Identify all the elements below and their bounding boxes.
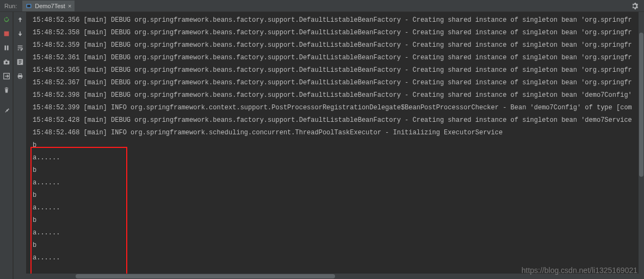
scroll-end-icon xyxy=(16,58,24,66)
console-line: a...... xyxy=(33,227,644,239)
scroll-end-button[interactable] xyxy=(16,58,24,66)
down-button[interactable] xyxy=(16,29,24,38)
java-icon xyxy=(26,3,32,9)
rerun-icon xyxy=(3,16,10,23)
console-line: 15:48:52.398 [main] DEBUG org.springfram… xyxy=(33,89,644,102)
svg-rect-11 xyxy=(18,74,21,76)
print-icon xyxy=(16,72,24,80)
svg-point-6 xyxy=(5,61,8,64)
run-tab[interactable]: Demo7Test × xyxy=(22,1,75,11)
console-line: a...... xyxy=(33,202,644,214)
print-button[interactable] xyxy=(16,72,24,80)
rerun-button[interactable] xyxy=(2,15,11,24)
watermark: https://blog.csdn.net/li1325169021 xyxy=(522,266,637,275)
console-line: 15:48:52.365 [main] DEBUG org.springfram… xyxy=(33,64,644,77)
run-label: Run: xyxy=(4,3,17,9)
vertical-scrollbar-thumb[interactable] xyxy=(639,33,643,177)
gear-icon xyxy=(631,2,639,10)
svg-rect-1 xyxy=(27,4,30,7)
exit-button[interactable] xyxy=(2,72,11,80)
up-button[interactable] xyxy=(16,15,24,24)
pause-icon xyxy=(3,44,10,52)
console-line: b xyxy=(33,189,644,202)
close-icon[interactable]: × xyxy=(68,3,71,9)
console-line: 15:48:52.428 [main] DEBUG org.springfram… xyxy=(33,114,644,127)
console-area: 15:48:52.356 [main] DEBUG org.springfram… xyxy=(26,12,644,279)
toolwindow-header: Run: Demo7Test × xyxy=(0,0,644,12)
wrap-icon xyxy=(16,44,24,52)
dump-button[interactable] xyxy=(2,58,11,66)
down-arrow-icon xyxy=(16,30,24,38)
trash-icon xyxy=(3,86,10,94)
vertical-scrollbar[interactable] xyxy=(639,12,644,274)
svg-rect-2 xyxy=(4,32,9,36)
console-line: b xyxy=(33,214,644,227)
console-line: 15:48:52.367 [main] DEBUG org.springfram… xyxy=(33,77,644,89)
pin-button[interactable] xyxy=(2,106,11,114)
console-line: b xyxy=(33,164,644,177)
tab-label: Demo7Test xyxy=(35,3,65,9)
up-arrow-icon xyxy=(16,16,24,23)
console-line: a...... xyxy=(33,252,644,264)
exit-icon xyxy=(3,72,10,80)
horizontal-scrollbar-thumb[interactable] xyxy=(76,274,335,278)
pin-icon xyxy=(3,106,10,114)
console-line: 15:48:52.399 [main] INFO org.springframe… xyxy=(33,102,644,114)
pause-button[interactable] xyxy=(2,44,11,52)
svg-rect-12 xyxy=(18,77,21,79)
stop-icon xyxy=(3,30,10,38)
console-line: 15:48:52.359 [main] DEBUG org.springfram… xyxy=(33,39,644,52)
toolwindow-settings[interactable] xyxy=(631,2,639,10)
console-line: 15:48:52.358 [main] DEBUG org.springfram… xyxy=(33,27,644,39)
wrap-button[interactable] xyxy=(16,44,24,52)
console-line: a...... xyxy=(33,152,644,164)
console-line: 15:48:52.356 [main] DEBUG org.springfram… xyxy=(33,14,644,27)
console-output[interactable]: 15:48:52.356 [main] DEBUG org.springfram… xyxy=(26,12,644,264)
svg-rect-4 xyxy=(7,46,8,51)
left-gutter-1 xyxy=(0,12,13,279)
svg-rect-7 xyxy=(5,60,7,61)
stop-button[interactable] xyxy=(2,29,11,38)
left-gutter-2 xyxy=(13,12,26,279)
delete-button[interactable] xyxy=(2,86,11,95)
console-line: 15:48:52.468 [main] INFO org.springframe… xyxy=(33,127,644,139)
camera-icon xyxy=(3,58,10,66)
console-line: b xyxy=(33,239,644,252)
svg-rect-3 xyxy=(4,46,6,51)
console-line: 15:48:52.361 [main] DEBUG org.springfram… xyxy=(33,52,644,64)
console-line: a...... xyxy=(33,177,644,189)
console-line: b xyxy=(33,139,644,152)
